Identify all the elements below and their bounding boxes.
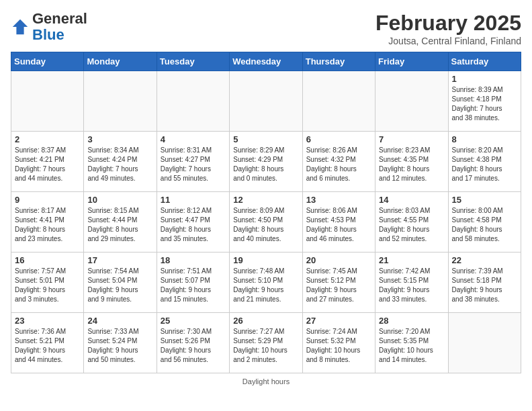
- location-subtitle: Joutsa, Central Finland, Finland: [375, 36, 521, 46]
- col-header-sunday: Sunday: [11, 52, 84, 71]
- calendar-cell: 13Sunrise: 8:06 AM Sunset: 4:53 PM Dayli…: [302, 192, 375, 253]
- calendar-cell: 23Sunrise: 7:36 AM Sunset: 5:21 PM Dayli…: [11, 313, 84, 373]
- day-number: 23: [15, 316, 80, 326]
- day-number: 15: [452, 195, 517, 205]
- col-header-tuesday: Tuesday: [157, 52, 229, 71]
- day-info: Sunrise: 8:34 AM Sunset: 4:24 PM Dayligh…: [87, 146, 152, 183]
- day-number: 16: [15, 255, 80, 265]
- logo-icon: [11, 17, 30, 36]
- day-info: Sunrise: 8:12 AM Sunset: 4:47 PM Dayligh…: [161, 206, 226, 244]
- calendar-cell: 5Sunrise: 8:29 AM Sunset: 4:29 PM Daylig…: [230, 132, 302, 192]
- day-info: Sunrise: 8:15 AM Sunset: 4:44 PM Dayligh…: [87, 206, 152, 244]
- day-info: Sunrise: 8:29 AM Sunset: 4:29 PM Dayligh…: [233, 146, 298, 183]
- day-info: Sunrise: 8:00 AM Sunset: 4:58 PM Dayligh…: [452, 206, 517, 244]
- calendar-cell: [157, 71, 229, 132]
- calendar-cell: 14Sunrise: 8:03 AM Sunset: 4:55 PM Dayli…: [375, 192, 448, 253]
- day-info: Sunrise: 8:09 AM Sunset: 4:50 PM Dayligh…: [233, 206, 298, 244]
- day-number: 5: [233, 134, 298, 144]
- calendar-cell: 7Sunrise: 8:23 AM Sunset: 4:35 PM Daylig…: [375, 132, 448, 192]
- day-number: 14: [379, 195, 444, 205]
- day-number: 10: [87, 195, 152, 205]
- day-info: Sunrise: 7:39 AM Sunset: 5:18 PM Dayligh…: [452, 267, 517, 304]
- day-info: Sunrise: 8:20 AM Sunset: 4:38 PM Dayligh…: [452, 146, 517, 183]
- day-info: Sunrise: 7:24 AM Sunset: 5:32 PM Dayligh…: [306, 327, 371, 365]
- calendar-cell: 1Sunrise: 8:39 AM Sunset: 4:18 PM Daylig…: [448, 71, 521, 132]
- col-header-thursday: Thursday: [302, 52, 375, 71]
- day-number: 12: [233, 195, 298, 205]
- day-info: Sunrise: 8:17 AM Sunset: 4:41 PM Dayligh…: [15, 206, 80, 244]
- calendar-cell: 22Sunrise: 7:39 AM Sunset: 5:18 PM Dayli…: [448, 253, 521, 313]
- calendar-cell: [448, 313, 521, 373]
- calendar-cell: 28Sunrise: 7:20 AM Sunset: 5:35 PM Dayli…: [375, 313, 448, 373]
- logo-text: General Blue: [32, 11, 87, 43]
- calendar-cell: 6Sunrise: 8:26 AM Sunset: 4:32 PM Daylig…: [302, 132, 375, 192]
- day-info: Sunrise: 7:57 AM Sunset: 5:01 PM Dayligh…: [15, 267, 80, 304]
- day-info: Sunrise: 7:48 AM Sunset: 5:10 PM Dayligh…: [233, 267, 298, 304]
- col-header-wednesday: Wednesday: [230, 52, 302, 71]
- day-info: Sunrise: 7:45 AM Sunset: 5:12 PM Dayligh…: [306, 267, 371, 304]
- day-number: 21: [379, 255, 444, 265]
- col-header-monday: Monday: [84, 52, 157, 71]
- day-number: 13: [306, 195, 371, 205]
- logo: General Blue: [11, 11, 87, 43]
- day-info: Sunrise: 8:31 AM Sunset: 4:27 PM Dayligh…: [161, 146, 226, 183]
- calendar-cell: 18Sunrise: 7:51 AM Sunset: 5:07 PM Dayli…: [157, 253, 229, 313]
- calendar-week-1: 1Sunrise: 8:39 AM Sunset: 4:18 PM Daylig…: [11, 71, 521, 132]
- day-info: Sunrise: 7:33 AM Sunset: 5:24 PM Dayligh…: [87, 327, 152, 365]
- calendar-cell: 2Sunrise: 8:37 AM Sunset: 4:21 PM Daylig…: [11, 132, 84, 192]
- calendar-cell: 9Sunrise: 8:17 AM Sunset: 4:41 PM Daylig…: [11, 192, 84, 253]
- day-number: 24: [87, 316, 152, 326]
- calendar-cell: [230, 71, 302, 132]
- day-info: Sunrise: 8:06 AM Sunset: 4:53 PM Dayligh…: [306, 206, 371, 244]
- day-info: Sunrise: 7:36 AM Sunset: 5:21 PM Dayligh…: [15, 327, 80, 365]
- calendar-cell: 15Sunrise: 8:00 AM Sunset: 4:58 PM Dayli…: [448, 192, 521, 253]
- day-info: Sunrise: 8:37 AM Sunset: 4:21 PM Dayligh…: [15, 146, 80, 183]
- calendar-cell: 27Sunrise: 7:24 AM Sunset: 5:32 PM Dayli…: [302, 313, 375, 373]
- day-info: Sunrise: 8:39 AM Sunset: 4:18 PM Dayligh…: [452, 85, 517, 123]
- day-number: 20: [306, 255, 371, 265]
- calendar-cell: [302, 71, 375, 132]
- calendar-cell: 12Sunrise: 8:09 AM Sunset: 4:50 PM Dayli…: [230, 192, 302, 253]
- day-info: Sunrise: 7:51 AM Sunset: 5:07 PM Dayligh…: [161, 267, 226, 304]
- day-number: 4: [161, 134, 226, 144]
- calendar-cell: 3Sunrise: 8:34 AM Sunset: 4:24 PM Daylig…: [84, 132, 157, 192]
- calendar-week-2: 2Sunrise: 8:37 AM Sunset: 4:21 PM Daylig…: [11, 132, 521, 192]
- calendar-cell: 21Sunrise: 7:42 AM Sunset: 5:15 PM Dayli…: [375, 253, 448, 313]
- svg-marker-0: [13, 19, 28, 34]
- calendar-week-4: 16Sunrise: 7:57 AM Sunset: 5:01 PM Dayli…: [11, 253, 521, 313]
- day-number: 9: [15, 195, 80, 205]
- calendar-cell: 8Sunrise: 8:20 AM Sunset: 4:38 PM Daylig…: [448, 132, 521, 192]
- logo-general: General: [32, 10, 87, 27]
- calendar-cell: 11Sunrise: 8:12 AM Sunset: 4:47 PM Dayli…: [157, 192, 229, 253]
- day-info: Sunrise: 8:26 AM Sunset: 4:32 PM Dayligh…: [306, 146, 371, 183]
- day-info: Sunrise: 8:03 AM Sunset: 4:55 PM Dayligh…: [379, 206, 444, 244]
- day-number: 11: [161, 195, 226, 205]
- day-number: 7: [379, 134, 444, 144]
- day-number: 1: [452, 74, 517, 84]
- calendar-cell: [11, 71, 84, 132]
- day-number: 6: [306, 134, 371, 144]
- calendar-cell: 17Sunrise: 7:54 AM Sunset: 5:04 PM Dayli…: [84, 253, 157, 313]
- day-number: 8: [452, 134, 517, 144]
- calendar-cell: 10Sunrise: 8:15 AM Sunset: 4:44 PM Dayli…: [84, 192, 157, 253]
- calendar-week-3: 9Sunrise: 8:17 AM Sunset: 4:41 PM Daylig…: [11, 192, 521, 253]
- day-number: 2: [15, 134, 80, 144]
- calendar-cell: 20Sunrise: 7:45 AM Sunset: 5:12 PM Dayli…: [302, 253, 375, 313]
- calendar-cell: [84, 71, 157, 132]
- day-info: Sunrise: 7:30 AM Sunset: 5:26 PM Dayligh…: [161, 327, 226, 365]
- day-number: 3: [87, 134, 152, 144]
- footer-note: Daylight hours: [11, 377, 521, 385]
- day-number: 19: [233, 255, 298, 265]
- calendar-cell: 16Sunrise: 7:57 AM Sunset: 5:01 PM Dayli…: [11, 253, 84, 313]
- calendar-cell: 24Sunrise: 7:33 AM Sunset: 5:24 PM Dayli…: [84, 313, 157, 373]
- calendar-header-row: SundayMondayTuesdayWednesdayThursdayFrid…: [11, 52, 521, 71]
- day-number: 27: [306, 316, 371, 326]
- calendar-cell: 19Sunrise: 7:48 AM Sunset: 5:10 PM Dayli…: [230, 253, 302, 313]
- day-number: 18: [161, 255, 226, 265]
- calendar-cell: 25Sunrise: 7:30 AM Sunset: 5:26 PM Dayli…: [157, 313, 229, 373]
- calendar-cell: 4Sunrise: 8:31 AM Sunset: 4:27 PM Daylig…: [157, 132, 229, 192]
- day-info: Sunrise: 7:54 AM Sunset: 5:04 PM Dayligh…: [87, 267, 152, 304]
- page-header: General Blue February 2025 Joutsa, Centr…: [11, 11, 521, 46]
- day-info: Sunrise: 8:23 AM Sunset: 4:35 PM Dayligh…: [379, 146, 444, 183]
- day-number: 26: [233, 316, 298, 326]
